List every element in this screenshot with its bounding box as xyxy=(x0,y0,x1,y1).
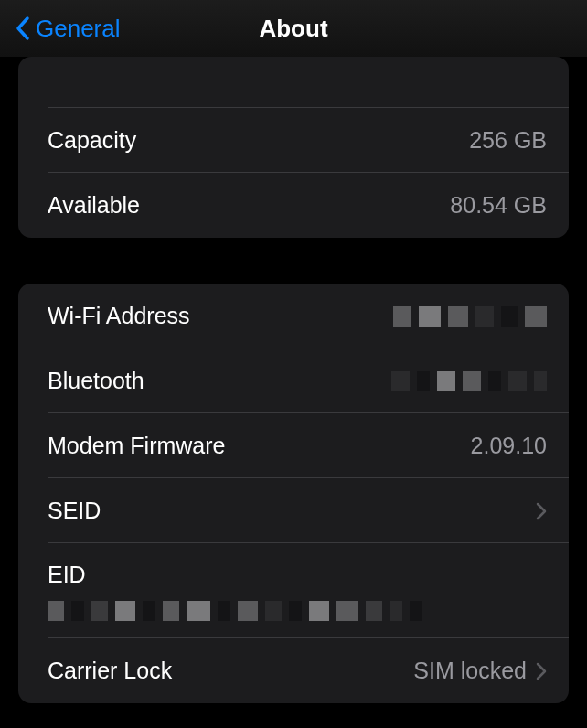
section-network: Wi-Fi Address Bluetooth xyxy=(18,284,569,703)
row-value: 80.54 GB xyxy=(450,192,547,219)
row-capacity: Capacity 256 GB xyxy=(18,108,569,173)
row-modem-firmware: Modem Firmware 2.09.10 xyxy=(18,413,569,478)
row-value: SIM locked xyxy=(413,658,527,684)
chevron-left-icon xyxy=(15,16,30,41)
row-label: Carrier Lock xyxy=(48,658,172,684)
row-label: Available xyxy=(48,192,140,219)
redacted-eid-value xyxy=(48,601,422,621)
row-value: 2.09.10 xyxy=(471,433,547,459)
row-value: 256 GB xyxy=(469,127,547,154)
row-wifi-address: Wi-Fi Address xyxy=(18,284,569,348)
section-storage: Applications Capacity 256 GB Available 8… xyxy=(18,57,569,238)
row-available: Available 80.54 GB xyxy=(18,173,569,238)
redacted-bluetooth-value xyxy=(391,371,547,391)
row-label: EID xyxy=(48,562,86,588)
chevron-right-icon xyxy=(536,502,547,520)
row-seid[interactable]: SEID xyxy=(18,478,569,543)
row-carrier-lock[interactable]: Carrier Lock SIM locked xyxy=(18,638,569,703)
page-title: About xyxy=(259,15,327,43)
row-bluetooth: Bluetooth xyxy=(18,348,569,413)
row-label: Capacity xyxy=(48,127,136,154)
row-label: Bluetooth xyxy=(48,368,144,394)
nav-bar: General About xyxy=(0,0,587,57)
redacted-wifi-value xyxy=(393,306,547,327)
row-applications: Applications xyxy=(18,57,569,108)
back-button[interactable]: General xyxy=(15,15,121,43)
row-eid: EID xyxy=(18,543,569,638)
row-label: Modem Firmware xyxy=(48,433,225,459)
back-label: General xyxy=(36,15,121,43)
row-label: Wi-Fi Address xyxy=(48,303,190,329)
row-label: SEID xyxy=(48,498,101,524)
chevron-right-icon xyxy=(536,662,547,680)
